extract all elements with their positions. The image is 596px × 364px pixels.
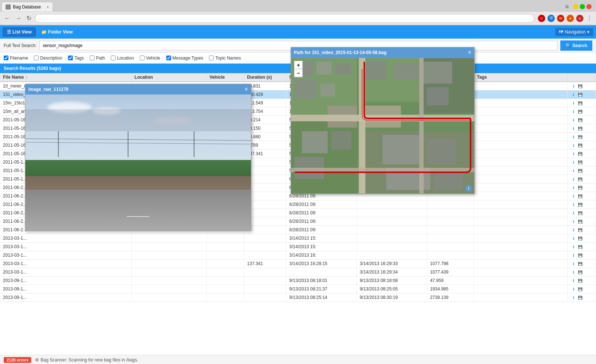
search-button[interactable]: 🔍 Search (560, 40, 592, 51)
row-info-button[interactable]: ℹ (571, 125, 577, 131)
row-info-button[interactable]: ℹ (571, 176, 577, 182)
filter-message-types-checkbox[interactable] (166, 56, 171, 60)
row-info-button[interactable]: ℹ (571, 218, 577, 224)
row-info-button[interactable]: ℹ (571, 108, 577, 114)
row-info-button[interactable]: ℹ (571, 244, 577, 250)
row-save-button[interactable]: 💾 (577, 125, 583, 131)
row-info-button[interactable]: ℹ (571, 193, 577, 199)
filter-path[interactable]: Path (90, 56, 105, 61)
row-save-button[interactable]: 💾 (577, 269, 583, 275)
row-info-button[interactable]: ℹ (571, 151, 577, 157)
results-table-container[interactable]: File Name ↑ Location Vehicle Duration (s… (0, 73, 596, 355)
col-duration[interactable]: Duration (s) (244, 73, 286, 82)
ext-icon-4[interactable]: ● (567, 15, 574, 22)
row-info-button[interactable]: ℹ (571, 168, 577, 174)
row-info-button[interactable]: ℹ (571, 261, 577, 267)
tab-close-button[interactable]: × (47, 5, 49, 9)
back-button[interactable]: ← (3, 14, 12, 22)
row-info-button[interactable]: ℹ (571, 117, 577, 123)
filter-description[interactable]: Description (34, 56, 62, 61)
filter-description-checkbox[interactable] (34, 56, 39, 60)
row-save-button[interactable]: 💾 (577, 278, 583, 283)
table-row[interactable]: 2013-03-1...3/14/2013 15: ℹ 💾 (0, 234, 596, 243)
row-info-button[interactable]: ℹ (571, 227, 577, 233)
ext-icon-3[interactable]: W (557, 15, 564, 22)
row-save-button[interactable]: 💾 (577, 227, 583, 233)
row-save-button[interactable]: 💾 (577, 218, 583, 224)
row-save-button[interactable]: 💾 (577, 201, 583, 207)
list-view-button[interactable]: ☰ List View (3, 28, 36, 36)
row-save-button[interactable]: 💾 (577, 235, 583, 241)
window-minimize-button[interactable] (573, 4, 578, 9)
filter-topic-names[interactable]: Topic Names (209, 56, 241, 61)
refresh-button[interactable]: ↻ (25, 14, 33, 22)
filter-tags[interactable]: Tags (68, 56, 84, 61)
ext-icon-1[interactable]: U (538, 15, 545, 22)
row-info-button[interactable]: ℹ (571, 201, 577, 207)
filter-path-checkbox[interactable] (90, 56, 95, 60)
row-info-button[interactable]: ℹ (571, 83, 577, 89)
row-save-button[interactable]: 💾 (577, 286, 583, 292)
window-close-button[interactable] (586, 4, 592, 9)
window-maximize-button[interactable] (580, 4, 585, 9)
ext-menu-button[interactable]: ⋮ (586, 15, 593, 22)
row-info-button[interactable]: ℹ (571, 100, 577, 106)
row-info-button[interactable]: ℹ (571, 295, 577, 300)
row-info-button[interactable]: ℹ (571, 286, 577, 292)
folder-view-button[interactable]: 📁 Folder View (37, 28, 77, 36)
col-location[interactable]: Location (131, 73, 206, 82)
row-save-button[interactable]: 💾 (577, 295, 583, 300)
row-save-button[interactable]: 💾 (577, 92, 583, 97)
row-save-button[interactable]: 💾 (577, 100, 583, 106)
row-info-button[interactable]: ℹ (571, 159, 577, 165)
filter-filename-checkbox[interactable] (4, 56, 8, 60)
table-row[interactable]: 2013-09-1...9/13/2013 08:18:019/13/2013 … (0, 276, 596, 285)
filter-message-types[interactable]: Message Types (166, 56, 203, 61)
forward-button[interactable]: → (14, 14, 23, 22)
map-info-button[interactable]: i (465, 185, 472, 192)
table-row[interactable]: 2013-03-1...137.3413/14/2013 16:28:153/1… (0, 260, 596, 268)
row-info-button[interactable]: ℹ (571, 278, 577, 283)
row-info-button[interactable]: ℹ (571, 134, 577, 140)
table-row[interactable]: 2013-03-1...3/14/2013 15: ℹ 💾 (0, 243, 596, 251)
row-save-button[interactable]: 💾 (577, 159, 583, 165)
row-save-button[interactable]: 💾 (577, 108, 583, 114)
row-info-button[interactable]: ℹ (571, 252, 577, 258)
row-info-button[interactable]: ℹ (571, 185, 577, 190)
row-info-button[interactable]: ℹ (571, 269, 577, 275)
map-zoom-out-button[interactable]: − (294, 73, 302, 77)
row-save-button[interactable]: 💾 (577, 83, 583, 89)
ext-icon-5[interactable]: A (576, 15, 583, 22)
filter-tags-checkbox[interactable] (68, 56, 73, 60)
col-filename[interactable]: File Name ↑ (0, 73, 131, 82)
table-row[interactable]: 2013-09-1...9/13/2013 08:21:379/13/2013 … (0, 285, 596, 293)
address-bar[interactable] (35, 14, 534, 23)
row-save-button[interactable]: 💾 (577, 168, 583, 174)
row-save-button[interactable]: 💾 (577, 151, 583, 157)
row-save-button[interactable]: 💾 (577, 193, 583, 199)
table-row[interactable]: 2013-03-1...3/14/2013 16:29:341077.439 ℹ… (0, 268, 596, 276)
row-info-button[interactable]: ℹ (571, 92, 577, 97)
filter-location-checkbox[interactable] (111, 56, 116, 60)
row-save-button[interactable]: 💾 (577, 134, 583, 140)
active-tab[interactable]: Bag Database × (1, 2, 53, 11)
filter-vehicle-checkbox[interactable] (140, 56, 145, 60)
ext-icon-2[interactable]: 理 (547, 15, 555, 22)
image-popup-close-button[interactable]: × (245, 86, 248, 92)
filter-vehicle[interactable]: Vehicle (140, 56, 160, 61)
row-save-button[interactable]: 💾 (577, 117, 583, 123)
row-save-button[interactable]: 💾 (577, 210, 583, 216)
filter-filename[interactable]: Filename (4, 56, 28, 61)
row-save-button[interactable]: 💾 (577, 176, 583, 182)
row-info-button[interactable]: ℹ (571, 210, 577, 216)
row-info-button[interactable]: ℹ (571, 142, 577, 148)
table-row[interactable]: 2013-09-1...9/13/2013 08:25:149/13/2013 … (0, 293, 596, 302)
col-tags[interactable]: Tags (474, 73, 568, 82)
row-save-button[interactable]: 💾 (577, 142, 583, 148)
table-row[interactable]: 2013-03-1...3/14/2013 16: ℹ 💾 (0, 251, 596, 260)
row-save-button[interactable]: 💾 (577, 244, 583, 250)
col-vehicle[interactable]: Vehicle (206, 73, 244, 82)
navigation-dropdown-button[interactable]: 🗺 Navigation ▾ (555, 28, 593, 36)
row-save-button[interactable]: 💾 (577, 185, 583, 190)
filter-topic-names-checkbox[interactable] (209, 56, 214, 60)
